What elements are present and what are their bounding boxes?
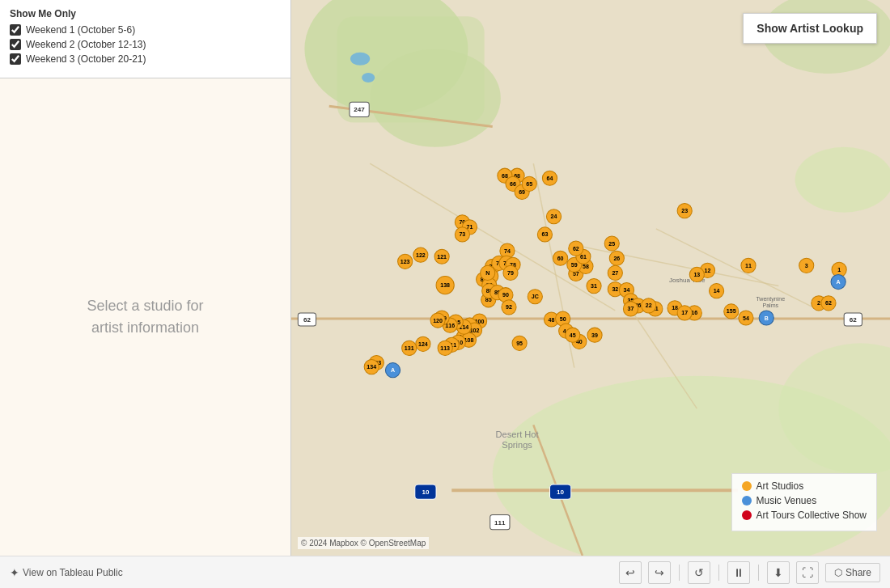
map-svg: 247 62 62 111 10 10 Joshua Tree Twentyni… xyxy=(291,0,890,556)
checkbox-item-0[interactable]: Weekend 1 (October 5-6) xyxy=(10,24,281,36)
svg-text:79: 79 xyxy=(507,270,514,276)
svg-text:155: 155 xyxy=(727,308,736,314)
svg-text:134: 134 xyxy=(367,364,376,370)
svg-text:62: 62 xyxy=(303,316,311,324)
svg-text:24: 24 xyxy=(551,214,557,219)
pause-button[interactable]: ⏸ xyxy=(727,561,750,584)
checkbox-item-2[interactable]: Weekend 3 (October 20-21) xyxy=(10,53,281,65)
svg-text:3: 3 xyxy=(805,263,808,269)
legend-dot-music-venues xyxy=(742,496,752,506)
svg-text:23: 23 xyxy=(681,208,688,214)
toolbar-separator-3 xyxy=(758,565,759,581)
legend-music-venues: Music Venues xyxy=(742,495,867,506)
svg-text:74: 74 xyxy=(504,248,511,254)
svg-text:31: 31 xyxy=(591,283,597,289)
undo-button[interactable]: ↩ xyxy=(619,561,642,584)
filter-panel: Show Me Only Weekend 1 (October 5-6)Week… xyxy=(0,0,290,78)
svg-text:68: 68 xyxy=(502,173,508,179)
share-button[interactable]: ⬡ Share xyxy=(825,563,880,582)
svg-text:2: 2 xyxy=(817,300,820,306)
share-label: Share xyxy=(846,567,871,578)
checkbox-label-0: Weekend 1 (October 5-6) xyxy=(26,24,135,36)
svg-text:37: 37 xyxy=(628,306,634,311)
svg-point-4 xyxy=(350,53,370,66)
svg-point-5 xyxy=(362,73,375,82)
svg-text:65: 65 xyxy=(526,181,532,187)
svg-text:62: 62 xyxy=(850,316,857,324)
filter-title: Show Me Only xyxy=(10,8,281,19)
checkbox-2[interactable] xyxy=(10,53,21,65)
svg-text:69: 69 xyxy=(519,189,525,195)
checkbox-1[interactable] xyxy=(10,39,21,50)
svg-text:32: 32 xyxy=(612,286,618,292)
redo-button[interactable]: ↪ xyxy=(648,561,671,584)
svg-text:62: 62 xyxy=(573,246,579,252)
toolbar-separator-2 xyxy=(718,565,719,581)
svg-text:Springs: Springs xyxy=(502,440,532,450)
svg-point-7 xyxy=(795,147,890,213)
main-content: Show Me Only Weekend 1 (October 5-6)Week… xyxy=(0,0,890,556)
svg-text:113: 113 xyxy=(440,345,450,351)
share-icon: ⬡ xyxy=(834,567,842,578)
download-button[interactable]: ⬇ xyxy=(767,561,790,584)
svg-text:138: 138 xyxy=(440,282,450,288)
artist-lookup-button[interactable]: Show Artist Lookup xyxy=(743,13,877,44)
svg-text:111: 111 xyxy=(494,519,506,527)
svg-text:34: 34 xyxy=(624,287,630,293)
checkbox-0[interactable] xyxy=(10,24,21,36)
toolbar-separator-1 xyxy=(679,565,680,581)
view-public-label: View on Tableau Public xyxy=(23,567,123,578)
legend-dot-art-studios xyxy=(742,481,752,491)
svg-text:59: 59 xyxy=(571,262,578,268)
svg-text:27: 27 xyxy=(612,270,618,276)
svg-text:66: 66 xyxy=(510,181,516,187)
reset-button[interactable]: ↺ xyxy=(688,561,710,584)
svg-text:73: 73 xyxy=(459,231,465,237)
svg-text:10: 10 xyxy=(422,489,429,496)
svg-text:122: 122 xyxy=(416,252,426,258)
svg-text:Desert Hot: Desert Hot xyxy=(496,429,539,439)
svg-text:124: 124 xyxy=(418,341,428,347)
svg-text:26: 26 xyxy=(613,256,620,261)
svg-text:22: 22 xyxy=(646,302,652,308)
svg-text:60: 60 xyxy=(557,256,564,261)
svg-text:17: 17 xyxy=(681,310,688,315)
svg-text:B: B xyxy=(765,315,769,321)
map-area[interactable]: Show Artist Lookup xyxy=(291,0,890,556)
svg-text:1: 1 xyxy=(837,267,841,273)
view-public-link[interactable]: ✦ View on Tableau Public xyxy=(10,566,123,579)
checkbox-label-1: Weekend 2 (October 12-13) xyxy=(26,39,146,50)
fullscreen-button[interactable]: ⛶ xyxy=(796,561,819,584)
legend-collective: Art Tours Collective Show xyxy=(742,510,867,521)
svg-text:247: 247 xyxy=(354,106,365,113)
svg-text:Palms: Palms xyxy=(762,302,778,308)
svg-text:54: 54 xyxy=(743,315,749,321)
legend-label-collective: Art Tours Collective Show xyxy=(756,510,867,521)
svg-text:11: 11 xyxy=(745,263,752,269)
map-attribution: © 2024 Mapbox © OpenStreetMap xyxy=(298,537,429,549)
legend: Art Studios Music Venues Art Tours Colle… xyxy=(731,473,878,531)
svg-text:131: 131 xyxy=(405,345,414,351)
sidebar: Show Me Only Weekend 1 (October 5-6)Week… xyxy=(0,0,291,556)
legend-art-studios: Art Studios xyxy=(742,480,867,492)
svg-text:39: 39 xyxy=(591,332,598,338)
svg-text:45: 45 xyxy=(570,332,576,338)
svg-text:JC: JC xyxy=(532,294,539,299)
svg-text:13: 13 xyxy=(693,272,700,277)
checkbox-item-1[interactable]: Weekend 2 (October 12-13) xyxy=(10,39,281,50)
svg-text:A: A xyxy=(837,279,841,285)
studio-info-text: Select a studio forartist information xyxy=(87,295,203,339)
svg-text:25: 25 xyxy=(608,241,615,247)
checkbox-label-2: Weekend 3 (October 20-21) xyxy=(26,53,146,65)
svg-text:95: 95 xyxy=(516,341,523,346)
svg-text:50: 50 xyxy=(560,316,566,322)
svg-text:92: 92 xyxy=(506,304,512,310)
svg-text:48: 48 xyxy=(549,317,555,323)
legend-dot-collective xyxy=(742,510,752,520)
legend-label-art-studios: Art Studios xyxy=(756,480,804,492)
checkboxes-container: Weekend 1 (October 5-6)Weekend 2 (Octobe… xyxy=(10,24,281,65)
bottom-toolbar: ✦ View on Tableau Public ↩ ↪ ↺ ⏸ ⬇ ⛶ ⬡ S… xyxy=(0,556,890,588)
svg-text:58: 58 xyxy=(583,264,589,269)
svg-text:61: 61 xyxy=(580,254,587,260)
studio-info-panel[interactable]: Select a studio forartist information xyxy=(0,78,290,556)
